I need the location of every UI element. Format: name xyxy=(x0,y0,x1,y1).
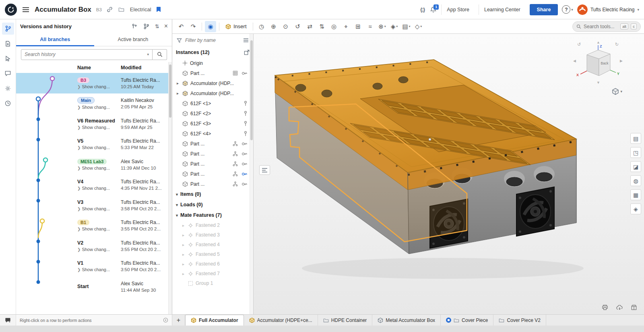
show-changes-toggle[interactable]: ❯Show chang... xyxy=(77,206,121,211)
version-row[interactable]: StartAlex Savic11:44 AM Sep 30 xyxy=(16,276,172,297)
scrollbar-thumb[interactable] xyxy=(250,40,253,140)
version-badge[interactable]: ME51 Lab3 xyxy=(77,159,107,164)
show-changes-toggle[interactable]: ❯Show chang... xyxy=(77,84,121,89)
panel-toggle-icon[interactable] xyxy=(259,165,270,175)
tree-section-header[interactable]: ▾Items (0) xyxy=(172,189,253,199)
version-badge[interactable]: B1 xyxy=(77,220,89,225)
column-modified[interactable]: Modified xyxy=(121,65,141,71)
onshape-logo-icon[interactable] xyxy=(5,4,17,16)
close-panel-icon[interactable]: × xyxy=(164,23,168,29)
tree-icon[interactable] xyxy=(233,161,238,166)
connector-icon[interactable] xyxy=(242,182,248,187)
chevron-down-icon[interactable]: ▾ xyxy=(176,213,178,218)
version-name[interactable]: V2 xyxy=(77,240,121,246)
learning-center-button[interactable]: Learning Center xyxy=(479,4,526,15)
history-search-select[interactable]: ▾ xyxy=(21,49,153,60)
account-menu[interactable]: Tufts Electric Racing ▾ xyxy=(577,4,639,15)
display-states-icon[interactable]: ▤▾ xyxy=(401,21,412,32)
history-search-button[interactable] xyxy=(153,49,167,60)
3d-viewport[interactable]: ↺ ↻ ▲ ◀ ▶ ▼ Back Z X xyxy=(254,34,644,314)
pin-icon[interactable] xyxy=(244,131,248,137)
chevron-right-icon[interactable]: ▸ xyxy=(181,223,186,228)
folder-icon[interactable] xyxy=(118,6,125,13)
create-branch-icon[interactable] xyxy=(142,23,150,30)
document-tab[interactable]: Metal Accumulator Box xyxy=(372,315,441,326)
cooling-fan[interactable] xyxy=(516,187,554,236)
bom-table-icon[interactable]: ▦ xyxy=(630,189,641,200)
connector-icon[interactable] xyxy=(242,162,248,166)
version-badge[interactable]: B3 xyxy=(77,77,89,83)
version-row[interactable]: V2❯Show chang...Tufts Electric Ra...3:55… xyxy=(16,236,172,256)
search-navigate-icon[interactable] xyxy=(2,52,14,64)
version-name[interactable]: V3 xyxy=(77,199,121,205)
tree-icon[interactable] xyxy=(233,181,238,187)
versions-history-icon[interactable] xyxy=(2,23,14,35)
version-row[interactable]: V1❯Show chang...Tufts Electric Ra...3:50… xyxy=(16,256,172,277)
pin-icon[interactable] xyxy=(244,121,248,127)
version-row[interactable]: V5❯Show chang...Tufts Electric Ra...5:33… xyxy=(16,134,172,155)
pin-icon[interactable] xyxy=(244,111,248,116)
tree-icon[interactable] xyxy=(233,171,238,176)
mate-feature-item[interactable]: ▸Fastened 3 xyxy=(172,230,253,240)
instance-item[interactable]: 612F <3> xyxy=(172,118,253,129)
filter-by-name-input[interactable] xyxy=(185,37,240,43)
snapshot-icon[interactable]: ≈ xyxy=(365,21,376,32)
list-options-icon[interactable] xyxy=(242,37,250,44)
revolute-mate-icon[interactable]: ↺ xyxy=(292,21,303,32)
group-icon[interactable]: ⊞ xyxy=(353,21,364,32)
version-name[interactable]: V5 xyxy=(77,138,121,144)
instance-item[interactable]: Part ... xyxy=(172,169,253,179)
appearance-icon[interactable]: ◍ xyxy=(630,175,641,186)
version-row[interactable]: B3❯Show chang...Tufts Electric Ra...10:2… xyxy=(16,73,172,93)
instances-header[interactable]: Instances (12) xyxy=(172,47,253,58)
chevron-right-icon[interactable]: ▸ xyxy=(181,233,186,237)
version-badge[interactable]: Main xyxy=(77,97,95,104)
connector-icon[interactable] xyxy=(242,172,248,176)
show-changes-toggle[interactable]: ❯Show chang... xyxy=(77,145,121,150)
feedback-icon[interactable] xyxy=(0,315,16,326)
tree-icon[interactable] xyxy=(233,141,238,146)
instance-item[interactable]: Part ... xyxy=(172,139,253,149)
show-changes-toggle[interactable]: ❯Show chang... xyxy=(77,105,121,110)
show-changes-toggle[interactable]: ❯Show chang... xyxy=(77,226,121,231)
chevron-right-icon[interactable]: ▸ xyxy=(181,252,186,257)
print-icon[interactable] xyxy=(601,304,609,311)
connector-icon[interactable] xyxy=(242,151,248,156)
compare-versions-icon[interactable]: ⇅ xyxy=(154,23,160,30)
chevron-down-icon[interactable]: ▾ xyxy=(176,192,178,197)
version-row[interactable]: V3❯Show chang...Tufts Electric Ra...3:58… xyxy=(16,195,172,216)
version-name[interactable]: V4 xyxy=(77,179,121,185)
view-cube[interactable]: ↺ ↻ ▲ ◀ ▶ ▼ Back Z X xyxy=(570,39,626,86)
chevron-right-icon[interactable]: ▸ xyxy=(181,243,186,247)
add-tab-button[interactable]: + xyxy=(172,315,185,326)
named-views-icon[interactable]: ◳ xyxy=(630,147,641,158)
show-changes-toggle[interactable]: ❯Show chang... xyxy=(77,267,121,272)
redo-icon[interactable]: ↷ xyxy=(188,21,199,32)
bookmark-icon[interactable] xyxy=(155,6,162,13)
mate-feature-item[interactable]: ▸Fastened 6 xyxy=(172,259,253,269)
section-view-icon[interactable]: ◪ xyxy=(630,161,641,172)
filter-icon[interactable] xyxy=(176,37,183,44)
integrations-icon[interactable] xyxy=(2,82,14,94)
document-tab[interactable]: Cover Piece xyxy=(441,315,493,326)
main-menu-icon[interactable] xyxy=(21,6,31,14)
instance-item[interactable]: Part ... xyxy=(172,149,253,159)
replicate-icon[interactable]: ⊗▾ xyxy=(377,21,388,32)
mate-feature-item[interactable]: ▸Fastened 4 xyxy=(172,240,253,249)
document-tab[interactable]: Full Accumulator xyxy=(185,315,244,326)
tree-icon[interactable] xyxy=(233,151,238,156)
chevron-down-icon[interactable]: ▾ xyxy=(176,203,178,207)
column-name[interactable]: Name xyxy=(77,65,121,71)
insert-button[interactable]: Insert xyxy=(222,21,250,32)
create-version-icon[interactable] xyxy=(131,23,138,30)
instance-item[interactable]: 612F <4> xyxy=(172,129,253,139)
instance-item[interactable]: ▸Accumulator (HDP... xyxy=(172,78,253,88)
show-changes-toggle[interactable]: ❯Show chang... xyxy=(77,186,121,191)
tab-all-branches[interactable]: All branches xyxy=(16,33,94,46)
version-row[interactable]: V6 Remeasured❯Show chang...Tufts Electri… xyxy=(16,114,172,134)
version-row[interactable]: Main❯Show chang...Kaitlin Necakov2:05 PM… xyxy=(16,93,172,114)
exploded-view-icon[interactable]: ◇▾ xyxy=(413,21,424,32)
version-row[interactable]: B1❯Show chang...Tufts Electric Ra...3:55… xyxy=(16,216,172,236)
search-tools-box[interactable]: altc xyxy=(572,21,641,32)
cloud-sync-icon[interactable] xyxy=(615,304,624,311)
